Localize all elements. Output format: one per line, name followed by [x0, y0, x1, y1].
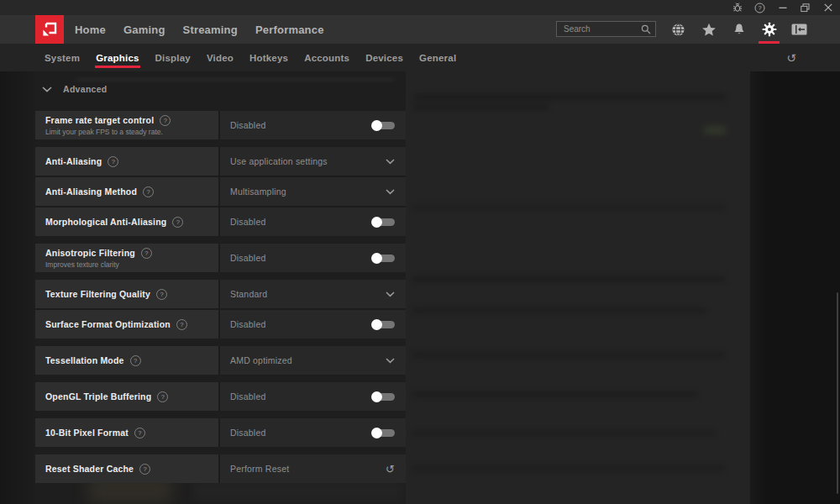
toggle-switch[interactable] — [371, 217, 395, 228]
setting-value: Disabled — [230, 319, 265, 329]
blurred-backdrop — [406, 71, 752, 504]
setting-row: 10-Bit Pixel Format?Disabled — [35, 418, 406, 447]
setting-control-cell[interactable]: Standard — [220, 280, 406, 308]
settings-group: Texture Filtering Quality?StandardSurfac… — [35, 280, 406, 339]
setting-row: Anti-Aliasing Method?Multisampling — [35, 176, 406, 206]
minimize-button[interactable] — [777, 2, 788, 13]
setting-label: 10-Bit Pixel Format — [45, 428, 129, 438]
chevron-down-icon — [386, 159, 395, 165]
tab-hotkeys[interactable]: Hotkeys — [249, 44, 288, 71]
nav-item-gaming[interactable]: Gaming — [123, 15, 165, 44]
help-icon[interactable]: ? — [141, 248, 152, 259]
toggle-knob — [371, 253, 382, 264]
help-icon[interactable]: ? — [134, 428, 145, 438]
layout-panel-icon[interactable] — [791, 15, 807, 44]
setting-value: AMD optimized — [230, 355, 292, 365]
setting-control-cell[interactable]: Disabled — [220, 310, 406, 339]
settings-group: OpenGL Triple Buffering?Disabled — [35, 382, 406, 411]
tab-system[interactable]: System — [45, 44, 80, 71]
notifications-bell-icon[interactable] — [731, 15, 747, 44]
toggle-knob — [371, 428, 382, 438]
restore-defaults-icon[interactable]: ↺ — [786, 44, 796, 71]
scrollbar[interactable] — [837, 292, 838, 494]
setting-control-cell[interactable]: Use application settings — [220, 147, 406, 176]
tab-video[interactable]: Video — [207, 44, 234, 71]
help-icon[interactable]: ? — [108, 156, 118, 167]
setting-label-cell: 10-Bit Pixel Format? — [35, 418, 220, 447]
toggle-switch[interactable] — [371, 428, 395, 438]
main-navbar: HomeGamingStreamingPerformance — [0, 15, 840, 44]
settings-group: Tessellation Mode?AMD optimized — [35, 346, 406, 375]
settings-gear-icon[interactable] — [761, 15, 777, 44]
help-icon[interactable]: ? — [176, 319, 187, 330]
toggle-switch[interactable] — [371, 253, 395, 264]
help-icon[interactable]: ? — [156, 289, 167, 300]
nav-item-home[interactable]: Home — [75, 15, 106, 44]
setting-value: Standard — [230, 289, 267, 299]
setting-control-cell[interactable]: Disabled — [220, 418, 406, 447]
setting-value: Disabled — [230, 428, 265, 438]
setting-row: OpenGL Triple Buffering?Disabled — [35, 382, 406, 411]
toggle-switch[interactable] — [371, 319, 395, 330]
close-button[interactable] — [822, 2, 833, 13]
setting-control-cell[interactable]: Multisampling — [220, 177, 406, 206]
setting-control-cell[interactable]: Disabled — [220, 244, 406, 272]
setting-control-cell[interactable]: Disabled — [220, 382, 406, 411]
tab-display[interactable]: Display — [155, 44, 191, 71]
nav-item-performance[interactable]: Performance — [255, 15, 324, 44]
setting-control-cell[interactable]: Perform Reset↺ — [220, 454, 406, 483]
tab-graphics[interactable]: Graphics — [96, 44, 139, 71]
section-title: Advanced — [63, 84, 108, 94]
blur-artifact — [76, 78, 395, 81]
nav-items: HomeGamingStreamingPerformance — [75, 15, 324, 44]
setting-value: Perform Reset — [230, 464, 289, 474]
setting-row: Surface Format Optimization?Disabled — [35, 308, 406, 339]
setting-label-cell: Morphological Anti-Aliasing? — [35, 207, 220, 236]
bug-report-icon[interactable] — [732, 2, 743, 13]
help-icon[interactable]: ? — [139, 464, 150, 475]
setting-label: Texture Filtering Quality — [45, 289, 150, 299]
setting-row: Anisotropic Filtering?Improves texture c… — [35, 244, 406, 272]
help-icon[interactable]: ? — [130, 355, 141, 366]
setting-label: Frame rate target control — [45, 115, 154, 125]
settings-group: Frame rate target control?Limit your pea… — [35, 111, 406, 139]
setting-label: Reset Shader Cache — [45, 464, 134, 474]
setting-label: Anti-Aliasing Method — [45, 186, 137, 197]
toggle-knob — [371, 217, 382, 228]
search-icon — [641, 24, 651, 34]
search-input[interactable] — [557, 24, 641, 34]
nav-item-streaming[interactable]: Streaming — [183, 15, 238, 44]
svg-text:?: ? — [758, 4, 761, 12]
settings-group: 10-Bit Pixel Format?Disabled — [35, 418, 406, 447]
setting-control-cell[interactable]: Disabled — [220, 207, 406, 236]
settings-content: Advanced Frame rate target control?Limit… — [0, 71, 840, 504]
navbar-icon-group — [670, 15, 807, 44]
setting-label: OpenGL Triple Buffering — [45, 391, 151, 402]
search-box[interactable] — [556, 21, 656, 37]
reset-icon[interactable]: ↺ — [386, 464, 395, 475]
globe-icon[interactable] — [670, 15, 686, 44]
toggle-switch[interactable] — [371, 391, 395, 402]
toggle-switch[interactable] — [371, 120, 395, 131]
restore-button[interactable] — [800, 2, 811, 13]
help-icon[interactable]: ? — [754, 2, 765, 13]
favorites-star-icon[interactable] — [701, 15, 717, 44]
help-icon[interactable]: ? — [172, 217, 183, 228]
chevron-down-icon — [386, 291, 395, 297]
advanced-section-header[interactable]: Advanced — [42, 84, 108, 94]
tab-accounts[interactable]: Accounts — [304, 44, 349, 71]
help-icon[interactable]: ? — [157, 391, 168, 402]
setting-row: Frame rate target control?Limit your pea… — [35, 111, 406, 139]
chevron-down-icon — [386, 189, 395, 195]
setting-value: Use application settings — [230, 156, 328, 166]
setting-label-cell: Anti-Aliasing Method? — [35, 177, 220, 206]
tab-devices[interactable]: Devices — [365, 44, 403, 71]
help-icon[interactable]: ? — [143, 186, 154, 197]
amd-logo[interactable] — [35, 15, 64, 44]
setting-sublabel: Improves texture clarity — [45, 260, 218, 269]
setting-control-cell[interactable]: Disabled — [220, 111, 406, 139]
settings-group: Reset Shader Cache?Perform Reset↺ — [35, 454, 406, 483]
help-icon[interactable]: ? — [160, 115, 171, 126]
tab-general[interactable]: General — [419, 44, 456, 71]
setting-control-cell[interactable]: AMD optimized — [220, 346, 406, 375]
